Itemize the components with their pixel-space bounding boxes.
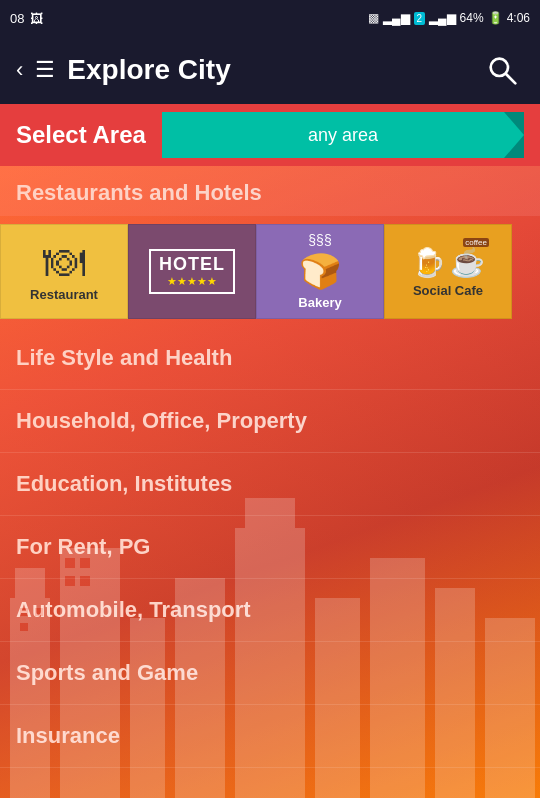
menu-item-lifestyle[interactable]: Life Style and Health <box>0 327 540 390</box>
battery-icon: 🔋 <box>488 11 503 25</box>
cafe-icon-group: 🍺 ☕ coffee <box>411 246 485 279</box>
coffee-icon: ☕ <box>450 247 485 278</box>
education-label: Education, Institutes <box>16 471 232 497</box>
household-label: Household, Office, Property <box>16 408 307 434</box>
status-image-icon: 🖼 <box>30 11 43 26</box>
coffee-label: coffee <box>463 238 489 247</box>
svg-line-1 <box>506 74 515 83</box>
status-bar: 08 🖼 ▩ ▂▄▆ 2 ▂▄▆ 64% 🔋 4:06 <box>0 0 540 36</box>
cafe-label: Social Cafe <box>413 283 483 298</box>
battery-pct: 64% <box>460 11 484 25</box>
bakery-steam: §§§ <box>308 233 331 247</box>
restaurant-label: Restaurant <box>30 287 98 302</box>
sports-label: Sports and Game <box>16 660 198 686</box>
category-cards-row: 🍽 Restaurant HOTEL ★★★★★ §§§ 🍞 Bakery 🍺 <box>0 216 540 327</box>
select-area-bar: Select Area any area <box>0 104 540 166</box>
cafe-card[interactable]: 🍺 ☕ coffee Social Cafe <box>384 224 512 319</box>
menu-item-automobile[interactable]: Automobile, Transport <box>0 579 540 642</box>
status-time-left: 08 <box>10 11 24 26</box>
menu-item-rent[interactable]: For Rent, PG <box>0 516 540 579</box>
bakery-icon: 🍞 <box>299 251 341 291</box>
restaurant-icon: 🍽 <box>43 241 85 283</box>
menu-item-sports[interactable]: Sports and Game <box>0 642 540 705</box>
area-dropdown-value: any area <box>308 125 378 146</box>
status-right: ▩ ▂▄▆ 2 ▂▄▆ 64% 🔋 4:06 <box>368 11 530 25</box>
clock: 4:06 <box>507 11 530 25</box>
app-title: Explore City <box>67 54 230 86</box>
bakery-card[interactable]: §§§ 🍞 Bakery <box>256 224 384 319</box>
select-area-label: Select Area <box>16 121 146 149</box>
app-bar-left: ‹ ☰ Explore City <box>16 54 231 86</box>
back-button[interactable]: ‹ <box>16 57 23 83</box>
menu-item-insurance[interactable]: Insurance <box>0 705 540 768</box>
sim-icon: ▩ <box>368 11 379 25</box>
rent-label: For Rent, PG <box>16 534 150 560</box>
signal-bars-1: ▂▄▆ <box>383 11 410 25</box>
hamburger-menu-button[interactable]: ☰ <box>35 57 55 83</box>
area-dropdown[interactable]: any area <box>162 112 524 158</box>
sim2-label: 2 <box>414 12 426 25</box>
main-content: Restaurants and Hotels 🍽 Restaurant HOTE… <box>0 166 540 798</box>
app-bar: ‹ ☰ Explore City <box>0 36 540 104</box>
coffee-cup-wrapper: ☕ coffee <box>450 246 485 279</box>
search-icon <box>486 54 518 86</box>
hotel-icon-box: HOTEL ★★★★★ <box>149 249 235 294</box>
restaurant-card[interactable]: 🍽 Restaurant <box>0 224 128 319</box>
signal-bars-2: ▂▄▆ <box>429 11 456 25</box>
hotel-card[interactable]: HOTEL ★★★★★ <box>128 224 256 319</box>
menu-items-list: Life Style and Health Household, Office,… <box>0 327 540 768</box>
automobile-label: Automobile, Transport <box>16 597 251 623</box>
hotel-text: HOTEL <box>159 255 225 275</box>
menu-item-household[interactable]: Household, Office, Property <box>0 390 540 453</box>
restaurants-hotels-section: Restaurants and Hotels 🍽 Restaurant HOTE… <box>0 166 540 327</box>
restaurants-hotels-header: Restaurants and Hotels <box>0 166 540 216</box>
lifestyle-label: Life Style and Health <box>16 345 232 371</box>
insurance-label: Insurance <box>16 723 120 749</box>
beer-icon: 🍺 <box>411 246 446 279</box>
search-button[interactable] <box>480 48 524 92</box>
status-left: 08 🖼 <box>10 11 43 26</box>
menu-item-education[interactable]: Education, Institutes <box>0 453 540 516</box>
bakery-label: Bakery <box>298 295 341 310</box>
hotel-stars: ★★★★★ <box>159 275 225 288</box>
